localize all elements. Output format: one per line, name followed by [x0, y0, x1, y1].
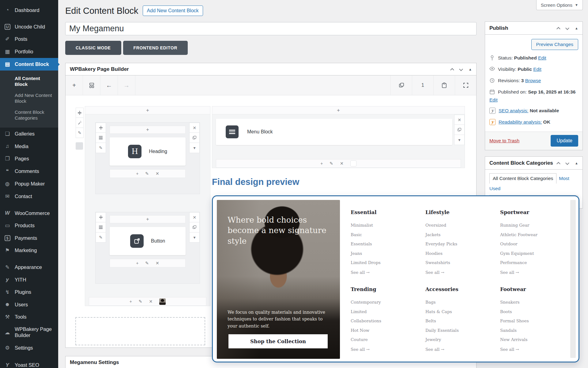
sidebar-item-pages[interactable]: ❐Pages — [0, 152, 58, 165]
menu-item[interactable]: Gym Equipment — [500, 251, 563, 256]
menu-item[interactable]: Jeans — [351, 251, 413, 256]
pencil-icon[interactable]: ✎ — [145, 261, 149, 266]
redo-button[interactable]: → — [118, 75, 135, 95]
menu-item[interactable]: Limited — [351, 309, 413, 314]
menu-item[interactable]: Athletic Footwear — [500, 232, 563, 237]
pencil-icon[interactable]: ✎ — [330, 161, 333, 166]
row-color-swatch[interactable] — [76, 142, 83, 150]
column-layout-button[interactable] — [96, 133, 106, 143]
see-all-link[interactable]: See all → — [351, 270, 413, 275]
add-element-strip[interactable]: + — [110, 215, 186, 223]
sidebar-item-media[interactable]: ♫Media — [0, 140, 58, 152]
collapse-toggle-icon[interactable]: ▲ — [575, 26, 578, 30]
menu-item[interactable]: Performance — [500, 260, 563, 265]
move-down-icon[interactable] — [565, 161, 569, 165]
add-new-content-block-button[interactable]: Add New Content Block — [143, 6, 203, 16]
button-element[interactable]: Button — [110, 227, 186, 255]
submenu-add-new-content-block[interactable]: Add New Content Block — [0, 90, 58, 107]
drag-column-button[interactable] — [96, 212, 106, 222]
row-color-swatch[interactable] — [350, 160, 356, 167]
see-all-link[interactable]: See all → — [500, 347, 563, 352]
menu-item[interactable]: Hot Now — [351, 328, 413, 333]
sidebar-item-payments[interactable]: $Payments — [0, 232, 58, 244]
collapse-toggle-icon[interactable]: ▲ — [469, 67, 472, 71]
pencil-icon[interactable]: ✎ — [139, 299, 142, 304]
sidebar-item-posts[interactable]: ✐Posts — [0, 33, 58, 45]
delete-row-button[interactable]: ✕ — [454, 115, 465, 125]
readability-analysis-link[interactable]: Readability analysis: — [499, 119, 542, 125]
menu-item[interactable]: Bags — [425, 300, 488, 305]
menu-item[interactable]: Essentials — [351, 241, 413, 246]
menu-item[interactable]: Everyday Picks — [425, 241, 488, 246]
toggle-column-button[interactable]: ▾ — [189, 232, 200, 243]
page-number-indicator[interactable]: 1 — [412, 75, 433, 95]
delete-column-button[interactable]: ✕ — [189, 212, 200, 222]
heading-element[interactable]: H Heading — [110, 137, 186, 166]
pencil-icon[interactable]: ✎ — [145, 171, 149, 176]
collapse-toggle-icon[interactable]: ▲ — [575, 161, 578, 165]
menu-item[interactable]: Minimalist — [351, 223, 413, 228]
fullscreen-button[interactable] — [455, 75, 476, 95]
toggle-column-button[interactable]: ▾ — [189, 143, 200, 153]
sidebar-item-users[interactable]: ☻Users — [0, 298, 58, 311]
sidebar-item-tools[interactable]: ⚒Tools — [0, 311, 58, 323]
drag-row-button[interactable] — [76, 108, 84, 118]
close-icon[interactable]: ✕ — [340, 161, 344, 166]
menu-item[interactable]: Sneakers — [500, 300, 563, 305]
frontend-editor-button[interactable]: FRONTEND EDITOR — [123, 41, 188, 55]
menu-item[interactable]: Daily Essentials — [425, 328, 488, 333]
move-down-icon[interactable] — [459, 67, 463, 71]
preview-changes-button[interactable]: Preview Changes — [531, 39, 578, 50]
edit-visibility-link[interactable]: Edit — [533, 67, 541, 72]
row-layout-wand-button[interactable] — [76, 118, 84, 128]
menu-item[interactable]: Belts — [425, 318, 488, 323]
add-element-strip[interactable]: + — [110, 126, 186, 134]
menu-item[interactable]: Outdoor — [500, 241, 563, 246]
classic-mode-button[interactable]: CLASSIC MODE — [65, 41, 121, 55]
add-icon[interactable]: + — [136, 261, 138, 266]
menu-item[interactable]: Couture — [351, 337, 413, 342]
menu-item[interactable]: Sweatshirts — [425, 260, 488, 265]
sidebar-item-galleries[interactable]: ❏Galleries — [0, 128, 58, 140]
submenu-content-block-categories[interactable]: Content Block Categories — [0, 107, 58, 124]
sidebar-item-wpbakery[interactable]: ☁WPBakery Page Builder — [0, 323, 58, 342]
edit-published-date-link[interactable]: Edit — [489, 97, 498, 102]
menu-item[interactable]: Oversized — [425, 223, 488, 228]
update-button[interactable]: Update — [551, 135, 578, 147]
add-icon[interactable]: + — [130, 299, 132, 304]
menu-block-element[interactable]: Menu Block — [216, 119, 452, 145]
menu-item[interactable]: Basic — [351, 232, 413, 237]
sidebar-item-dashboard[interactable]: ◔Dashboard — [0, 4, 58, 16]
menu-item[interactable]: Collaborations — [351, 318, 413, 323]
menu-item[interactable]: Limited Drops — [351, 260, 413, 265]
menu-item[interactable]: Jewelry — [425, 337, 488, 342]
sidebar-item-appearance[interactable]: ✎Appearance — [0, 261, 58, 274]
see-all-link[interactable]: See all → — [351, 347, 413, 352]
add-element-strip[interactable]: + — [85, 106, 210, 114]
see-all-link[interactable]: See all → — [500, 270, 563, 275]
move-down-icon[interactable] — [565, 26, 569, 30]
menu-item[interactable]: Jackets — [425, 232, 488, 237]
browse-revisions-link[interactable]: Browse — [525, 78, 541, 83]
empty-drop-area[interactable] — [75, 317, 205, 345]
menu-item[interactable]: Hoodies — [425, 251, 488, 256]
menu-item[interactable]: Boots — [500, 309, 563, 314]
close-icon[interactable]: ✕ — [156, 171, 159, 176]
menu-item[interactable]: Contemporary — [351, 300, 413, 305]
sidebar-item-portfolio[interactable]: ▦Portfolio — [0, 45, 58, 58]
drag-column-button[interactable] — [96, 123, 106, 133]
sidebar-item-yoast-seo[interactable]: YYoast SEO — [0, 359, 58, 368]
toggle-row-button[interactable]: ▾ — [454, 135, 465, 145]
copy-content-button[interactable] — [390, 75, 412, 95]
move-up-icon[interactable] — [556, 27, 560, 31]
row-background-thumbnail[interactable] — [159, 298, 166, 305]
shop-collection-button[interactable]: Shop the Collection — [228, 334, 328, 348]
menu-item[interactable]: Hats & Caps — [425, 309, 488, 314]
screen-options-button[interactable]: Screen Options ▼ — [536, 0, 583, 10]
sidebar-item-plugins[interactable]: ↯Plugins — [0, 286, 58, 298]
edit-row-pencil-button[interactable]: ✎ — [76, 128, 84, 138]
templates-button[interactable] — [83, 75, 100, 95]
close-icon[interactable]: ✕ — [156, 261, 159, 266]
move-up-icon[interactable] — [450, 68, 454, 72]
menu-item[interactable]: Sandals — [500, 328, 563, 333]
